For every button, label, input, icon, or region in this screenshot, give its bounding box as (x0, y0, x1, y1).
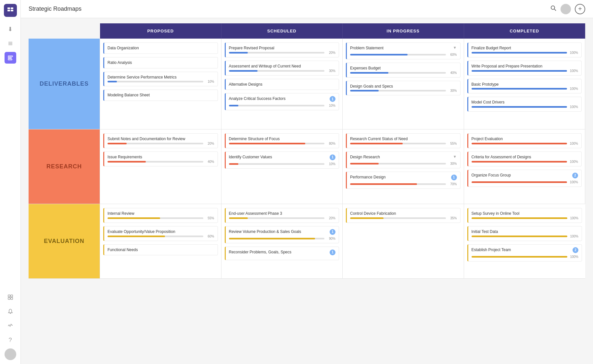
col-header-scheduled: SCHEDULED (221, 23, 343, 39)
task-card[interactable]: End-user Assessment Phase 3 20% (225, 208, 339, 223)
task-card[interactable]: Basic Prototype 100% (467, 79, 582, 94)
user-avatar-header[interactable] (561, 4, 571, 14)
task-card[interactable]: Alternative Designs (225, 79, 339, 90)
task-card[interactable]: Design Research ▼ 30% (346, 152, 461, 168)
task-badge: 1 (330, 154, 335, 160)
row-label-deliverables: DELIVERABLES (29, 39, 100, 129)
task-card[interactable]: Functional Needs (103, 244, 218, 256)
task-card[interactable]: Review Volume Production & Sales Goals 1… (225, 226, 339, 243)
sidebar-item-download[interactable]: ⬇ (5, 23, 16, 35)
row-label-research: RESEARCH (29, 129, 100, 204)
svg-rect-8 (8, 57, 11, 58)
task-card[interactable]: Internal Review 55% (103, 208, 218, 223)
task-card[interactable]: Initial Test Data 100% (467, 226, 582, 241)
header-actions: + (550, 4, 585, 14)
task-card[interactable]: Finalize Budget Report 100% (467, 42, 582, 57)
task-card[interactable]: Project Evaluation 100% (467, 133, 582, 148)
sidebar-item-board[interactable] (5, 291, 16, 303)
sidebar-item-help[interactable]: ? (5, 334, 16, 346)
task-badge: 2 (572, 173, 578, 178)
cell-research-in-progress: Research Current Status of Need 55% Desi… (343, 129, 464, 204)
dropdown-icon[interactable]: ▼ (453, 154, 457, 159)
board: PROPOSED SCHEDULED IN PROGRESS COMPLETED… (21, 18, 593, 364)
search-icon[interactable] (550, 5, 557, 13)
grid-spacer (29, 23, 100, 39)
cell-research-completed: Project Evaluation 100% Criteria for Ass… (464, 129, 586, 204)
sidebar-item-roadmap[interactable] (5, 52, 16, 64)
svg-rect-12 (8, 297, 10, 299)
cell-deliverables-scheduled: Prepare Revised Proposal 20% Assessment … (221, 39, 343, 129)
task-card[interactable]: Research Current Status of Need 55% (346, 133, 461, 148)
task-badge: 1 (330, 249, 335, 255)
sidebar-item-notifications[interactable] (5, 306, 16, 317)
task-card[interactable]: Performance Design 1 70% (346, 172, 461, 189)
svg-rect-11 (11, 295, 13, 297)
task-card[interactable]: Setup Survey in Online Tool 100% (467, 208, 582, 223)
task-badge: 2 (573, 247, 578, 253)
cell-deliverables-proposed: Data Organization Ratio Analysis Determi… (100, 39, 221, 129)
task-card[interactable]: Issue Requirements 40% (103, 152, 218, 166)
task-card[interactable]: Establish Project Team 2 100% (467, 244, 582, 261)
sidebar-item-list[interactable] (5, 38, 16, 49)
task-card[interactable]: Expenses Budget 40% (346, 63, 461, 78)
svg-rect-2 (11, 7, 13, 9)
task-card[interactable]: Assessment and Writeup of Current Need 3… (225, 61, 339, 76)
svg-rect-7 (8, 56, 13, 57)
task-card[interactable]: Prepare Revised Proposal 20% (225, 42, 339, 57)
main-content: Strategic Roadmaps + PROPOSED SCHEDULED … (21, 0, 593, 364)
header: Strategic Roadmaps + (21, 0, 593, 18)
task-card[interactable]: Modeling Balance Sheet (103, 90, 218, 101)
row-label-evaluation: EVALUATION (29, 204, 100, 279)
cell-deliverables-in-progress: Problem Statement ▼ 60% Expenses Budget … (343, 39, 464, 129)
user-avatar[interactable] (5, 348, 16, 360)
cell-evaluation-in-progress: Control Device Fabrication 35% (343, 204, 464, 279)
svg-rect-0 (7, 7, 10, 9)
svg-line-15 (554, 9, 556, 11)
col-header-in-progress: IN PROGRESS (343, 23, 464, 39)
task-card[interactable]: Data Organization (103, 42, 218, 54)
board-grid: PROPOSED SCHEDULED IN PROGRESS COMPLETED… (29, 23, 585, 279)
task-card[interactable]: Submit Notes and Documentation for Revie… (103, 133, 218, 148)
cell-evaluation-proposed: Internal Review 55% Evaluate Opportunity… (100, 204, 221, 279)
svg-point-14 (551, 6, 555, 9)
task-badge: 1 (451, 175, 457, 180)
svg-rect-9 (8, 59, 12, 60)
cell-deliverables-completed: Finalize Budget Report 100% Write Propos… (464, 39, 586, 129)
task-card[interactable]: Organize Focus Group 2 100% (467, 170, 582, 187)
svg-rect-10 (8, 295, 10, 297)
task-card[interactable]: Determine Service Performance Metrics 10… (103, 72, 218, 87)
cell-evaluation-completed: Setup Survey in Online Tool 100% Initial… (464, 204, 586, 279)
task-badge: 1 (330, 229, 335, 235)
task-badge: 1 (330, 96, 335, 102)
task-card[interactable]: Determine Structure of Focus 80% (225, 133, 339, 148)
task-card[interactable]: Evaluate Opportunity/Value Proposition 6… (103, 226, 218, 241)
task-card[interactable]: Identify Customer Values 1 10% (225, 152, 339, 169)
task-card[interactable]: Write Proposal and Prepare Presentation … (467, 61, 582, 76)
cell-research-proposed: Submit Notes and Documentation for Revie… (100, 129, 221, 204)
svg-rect-1 (7, 10, 10, 11)
task-card[interactable]: Criteria for Assessment of Designs 100% (467, 152, 582, 166)
task-card[interactable]: Reconsider Problems, Goals, Specs 1 (225, 247, 339, 260)
svg-rect-3 (11, 10, 13, 11)
app-logo[interactable] (4, 4, 17, 17)
col-header-proposed: PROPOSED (100, 23, 221, 39)
cell-research-scheduled: Determine Structure of Focus 80% Identif… (221, 129, 343, 204)
add-button[interactable]: + (575, 4, 585, 14)
task-card[interactable]: Model Cost Drivers 100% (467, 97, 582, 112)
sidebar: ⬇ ? (0, 0, 21, 364)
task-card[interactable]: Design Goals and Specs 30% (346, 81, 461, 96)
dropdown-icon[interactable]: ▼ (453, 45, 457, 50)
page-title: Strategic Roadmaps (29, 6, 82, 12)
svg-rect-13 (11, 297, 13, 299)
task-card[interactable]: Problem Statement ▼ 60% (346, 42, 461, 59)
task-card[interactable]: Ratio Analysis (103, 57, 218, 68)
sidebar-item-activity[interactable] (5, 320, 16, 332)
cell-evaluation-scheduled: End-user Assessment Phase 3 20% Review V… (221, 204, 343, 279)
task-card[interactable]: Analyze Critical Success Factors 1 10% (225, 93, 339, 110)
task-card[interactable]: Control Device Fabrication 35% (346, 208, 461, 223)
col-header-completed: COMPLETED (464, 23, 586, 39)
